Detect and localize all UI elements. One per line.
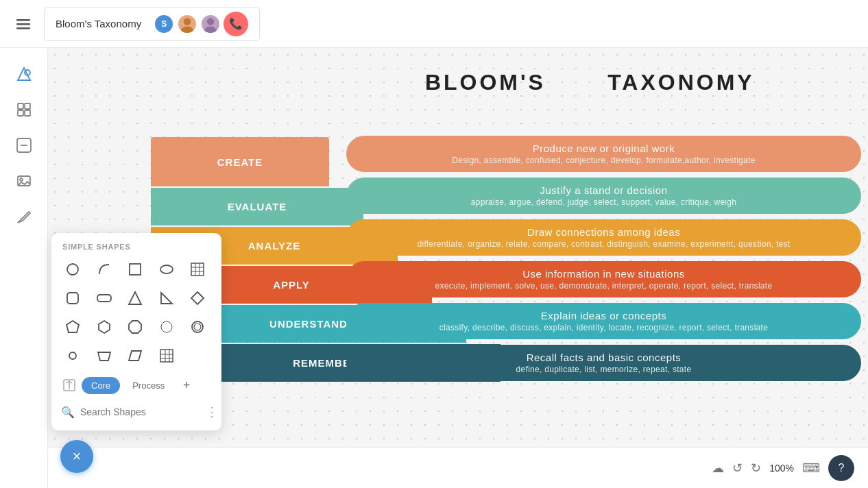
bar-create: CREATE bbox=[151, 137, 329, 186]
search-icon: 🔍 bbox=[61, 406, 75, 419]
avatar-1 bbox=[177, 14, 197, 34]
bar-evaluate: EVALUATE bbox=[151, 188, 363, 225]
svg-line-17 bbox=[18, 221, 21, 223]
avatar-s: S bbox=[154, 14, 174, 34]
sidebar-draw-button[interactable] bbox=[9, 202, 39, 232]
svg-marker-28 bbox=[129, 292, 141, 304]
svg-rect-2 bbox=[16, 27, 30, 29]
svg-point-16 bbox=[20, 178, 23, 181]
card-create: Produce new or original work Design, ass… bbox=[346, 136, 861, 172]
shapes-header: SIMPLE SHAPES bbox=[51, 233, 221, 256]
sidebar-shapes-button[interactable] bbox=[9, 59, 39, 89]
svg-rect-27 bbox=[97, 295, 111, 302]
svg-point-34 bbox=[161, 321, 172, 332]
svg-point-5 bbox=[207, 18, 214, 25]
zoom-level: 100% bbox=[769, 463, 794, 474]
shape-diamond[interactable] bbox=[184, 285, 210, 311]
svg-point-6 bbox=[204, 26, 216, 34]
search-input[interactable] bbox=[80, 406, 200, 417]
redo-button[interactable]: ↻ bbox=[751, 461, 761, 476]
svg-marker-38 bbox=[98, 352, 110, 361]
collab-avatars: S 📞 bbox=[154, 12, 248, 36]
shape-hexagon[interactable] bbox=[91, 314, 117, 340]
sidebar-image-button[interactable] bbox=[9, 166, 39, 196]
svg-point-20 bbox=[160, 265, 173, 273]
shapes-grid bbox=[51, 256, 221, 369]
shape-arc[interactable] bbox=[91, 256, 117, 282]
keyboard-icon[interactable]: ⌨ bbox=[802, 461, 820, 476]
cloud-icon[interactable]: ☁ bbox=[712, 461, 724, 476]
svg-rect-40 bbox=[160, 350, 173, 362]
shape-octagon[interactable] bbox=[122, 314, 148, 340]
svg-marker-29 bbox=[161, 293, 172, 304]
svg-point-3 bbox=[184, 18, 191, 25]
fab-close-button[interactable]: × bbox=[60, 440, 93, 473]
tab-process[interactable]: Process bbox=[123, 377, 174, 394]
svg-point-18 bbox=[67, 264, 78, 275]
svg-rect-9 bbox=[18, 103, 23, 109]
svg-rect-1 bbox=[16, 23, 30, 25]
topbar: Bloom's Taxonomy S 📞 bbox=[0, 0, 868, 48]
svg-rect-12 bbox=[25, 110, 30, 116]
card-remember: Recall facts and basic concepts define, … bbox=[346, 345, 861, 381]
menu-button[interactable] bbox=[11, 12, 36, 36]
svg-point-35 bbox=[192, 321, 203, 332]
svg-rect-21 bbox=[191, 263, 204, 276]
diagram-title: BLOOM'S TAXONOMY bbox=[425, 70, 755, 95]
sidebar-minus-button[interactable] bbox=[9, 130, 39, 160]
shape-ellipse[interactable] bbox=[154, 256, 180, 282]
undo-button[interactable]: ↺ bbox=[732, 461, 743, 476]
svg-rect-0 bbox=[16, 19, 30, 21]
shape-circle-thin[interactable] bbox=[154, 314, 180, 340]
tab-add-button[interactable]: + bbox=[177, 376, 196, 395]
card-apply: Use information in new situations execut… bbox=[346, 261, 861, 297]
shape-library-icon[interactable] bbox=[60, 376, 79, 395]
shape-tabs-row: Core Process + bbox=[51, 369, 221, 399]
svg-marker-33 bbox=[129, 321, 141, 333]
shapes-panel: SIMPLE SHAPES bbox=[51, 233, 221, 430]
shape-trapezoid[interactable] bbox=[91, 343, 117, 369]
search-row: 🔍 ⋮ bbox=[51, 399, 221, 422]
shape-rounded-square[interactable] bbox=[60, 285, 86, 311]
shape-square[interactable] bbox=[122, 256, 148, 282]
svg-marker-32 bbox=[99, 321, 110, 333]
svg-point-37 bbox=[69, 352, 76, 359]
svg-point-36 bbox=[194, 324, 201, 330]
svg-marker-31 bbox=[67, 321, 79, 332]
more-options-button[interactable]: ⋮ bbox=[206, 404, 218, 419]
bottom-bar: ☁ ↺ ↻ 100% ⌨ ? bbox=[48, 447, 868, 488]
card-analyze: Draw connections among ideas differentia… bbox=[346, 219, 861, 256]
shape-table-grid[interactable] bbox=[184, 256, 210, 282]
shape-right-triangle[interactable] bbox=[154, 285, 180, 311]
doc-title-container: Bloom's Taxonomy S 📞 bbox=[44, 7, 260, 41]
card-understand: Explain ideas or concepts classify, desc… bbox=[346, 303, 861, 339]
card-evaluate: Justify a stand or decision appraise, ar… bbox=[346, 178, 861, 214]
svg-rect-19 bbox=[130, 264, 141, 275]
shape-circle[interactable] bbox=[60, 256, 86, 282]
shape-grid[interactable] bbox=[154, 343, 180, 369]
call-button[interactable]: 📞 bbox=[224, 12, 248, 36]
shape-circle-small[interactable] bbox=[60, 343, 86, 369]
doc-title[interactable]: Bloom's Taxonomy bbox=[56, 18, 141, 29]
sidebar-grid-button[interactable] bbox=[9, 95, 39, 125]
left-sidebar bbox=[0, 48, 48, 488]
avatar-2 bbox=[200, 14, 221, 34]
shape-parallelogram[interactable] bbox=[122, 343, 148, 369]
svg-rect-11 bbox=[18, 110, 23, 116]
shape-triangle[interactable] bbox=[122, 285, 148, 311]
shape-circle-open[interactable] bbox=[184, 314, 210, 340]
shape-pentagon[interactable] bbox=[60, 314, 86, 340]
svg-point-4 bbox=[181, 26, 193, 34]
svg-marker-30 bbox=[191, 292, 204, 304]
svg-rect-10 bbox=[25, 103, 30, 109]
info-cards: Produce new or original work Design, ass… bbox=[346, 136, 861, 387]
tab-core[interactable]: Core bbox=[82, 377, 120, 394]
help-button[interactable]: ? bbox=[828, 455, 854, 481]
svg-marker-39 bbox=[129, 351, 141, 361]
svg-rect-26 bbox=[67, 293, 78, 304]
shape-rounded-wide[interactable] bbox=[91, 285, 117, 311]
